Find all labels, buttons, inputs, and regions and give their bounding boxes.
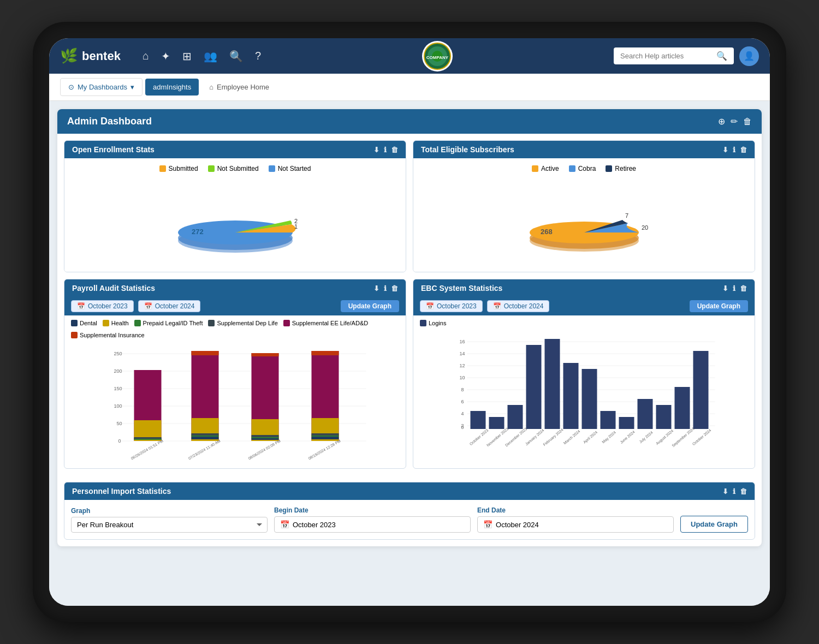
delete-pa-icon[interactable]: 🗑 xyxy=(391,284,398,293)
search-box[interactable]: 🔍 xyxy=(614,47,734,64)
legend-active: Active xyxy=(532,165,559,172)
not-submitted-label: Not Submitted xyxy=(217,165,259,172)
supee-label: Supplemental EE Life/AD&D xyxy=(292,320,368,326)
supdep-color xyxy=(208,320,215,326)
search-area: 🔍 👤 xyxy=(614,46,759,66)
svg-text:7: 7 xyxy=(625,212,628,219)
info-oe-icon[interactable]: ℹ xyxy=(384,146,387,154)
delete-ts-icon[interactable]: 🗑 xyxy=(740,146,747,154)
total-subscribers-actions: ⬇ ℹ 🗑 xyxy=(722,146,747,154)
download-pi-icon[interactable]: ⬇ xyxy=(722,487,728,496)
adminsights-nav[interactable]: admInsights xyxy=(145,79,199,96)
total-subscribers-body: Active Cobra Retiree xyxy=(413,158,755,272)
ebc-bar-sep24 xyxy=(675,387,690,429)
tools-nav-icon[interactable]: ✦ xyxy=(161,50,170,63)
graph-select[interactable]: Per Run Breakout xyxy=(71,517,268,533)
ebc-date-controls: 📅 October 2023 📅 October 2024 Update Gra… xyxy=(413,297,755,315)
download-ts-icon[interactable]: ⬇ xyxy=(722,146,728,154)
ebc-date-from-btn[interactable]: 📅 October 2023 xyxy=(420,300,483,312)
cobra-dot xyxy=(569,165,575,172)
legend-supins: Supplemental Insurance xyxy=(71,332,145,338)
svg-text:August 2024: August 2024 xyxy=(655,429,674,446)
delete-ebc-icon[interactable]: 🗑 xyxy=(740,284,747,293)
people-nav-icon[interactable]: 👥 xyxy=(204,50,217,63)
nav-icons: ⌂ ✦ ⊞ 👥 🔍 ? xyxy=(143,50,261,63)
ebc-system-title: EBC System Statistics xyxy=(421,284,502,293)
add-dashboard-icon[interactable]: ⊕ xyxy=(718,116,725,127)
ebc-date-to-btn[interactable]: 📅 October 2024 xyxy=(487,300,550,312)
dashboard-header-actions: ⊕ ✏ 🗑 xyxy=(718,116,752,127)
payroll-audit-title: Payroll Audit Statistics xyxy=(72,284,155,293)
edit-dashboard-icon[interactable]: ✏ xyxy=(731,116,738,127)
download-oe-icon[interactable]: ⬇ xyxy=(373,146,379,154)
svg-text:September 2024: September 2024 xyxy=(671,427,696,448)
graph-label: Graph xyxy=(71,507,268,515)
payroll-date-controls: 📅 October 2023 📅 October 2024 Update Gra… xyxy=(64,297,406,315)
widgets-grid: Open Enrollment Stats ⬇ ℹ 🗑 xyxy=(57,134,762,475)
ebc-system-actions: ⬇ ℹ 🗑 xyxy=(722,284,747,293)
svg-text:20: 20 xyxy=(642,224,648,231)
user-avatar[interactable]: 👤 xyxy=(739,46,759,66)
begin-date-field[interactable]: 📅 October 2023 xyxy=(274,516,471,533)
payroll-date-to-btn[interactable]: 📅 October 2024 xyxy=(138,300,201,312)
not-started-dot xyxy=(269,165,275,172)
ebc-system-widget: EBC System Statistics ⬇ ℹ 🗑 📅 October 20… xyxy=(413,279,755,469)
help-nav-icon[interactable]: ? xyxy=(255,50,261,62)
delete-pi-icon[interactable]: 🗑 xyxy=(740,487,747,496)
legend-not-submitted: Not Submitted xyxy=(208,165,259,172)
bar-supins-3 xyxy=(252,353,279,356)
ebc-update-btn[interactable]: Update Graph xyxy=(690,300,748,312)
grid-nav-icon[interactable]: ⊞ xyxy=(182,50,192,63)
bar-supdep-2 xyxy=(192,433,219,436)
ebc-bar-may24 xyxy=(601,411,616,429)
info-ebc-icon[interactable]: ℹ xyxy=(733,284,735,293)
svg-text:8: 8 xyxy=(461,387,464,392)
bar-dental-2 xyxy=(192,437,219,439)
search-icon: 🔍 xyxy=(716,51,727,61)
employee-home-nav[interactable]: ⌂ Employee Home xyxy=(201,79,277,96)
payroll-chart-wrapper: 250 200 150 100 50 0 xyxy=(64,343,406,468)
center-logo: COMPANY xyxy=(272,41,603,71)
logins-color xyxy=(420,320,426,326)
supins-label: Supplemental Insurance xyxy=(80,332,145,338)
cal-icon-ebc-from: 📅 xyxy=(426,302,434,310)
personnel-controls: Graph Per Run Breakout Begin Date 📅 Octo… xyxy=(64,500,755,539)
open-enrollment-actions: ⬇ ℹ 🗑 xyxy=(373,146,398,154)
bar-prepaid-1 xyxy=(134,439,162,440)
legend-dental: Dental xyxy=(71,320,97,326)
legend-retiree: Retiree xyxy=(606,165,636,172)
delete-oe-icon[interactable]: 🗑 xyxy=(391,146,398,154)
ebc-bar-jul24 xyxy=(638,399,653,429)
personnel-panel: Personnel Import Statistics ⬇ ℹ 🗑 Graph … xyxy=(64,482,755,540)
legend-submitted: Submitted xyxy=(159,165,198,172)
ebc-bar-dec23 xyxy=(508,405,523,429)
prepaid-color xyxy=(134,320,141,326)
retiree-label: Retiree xyxy=(615,165,636,172)
legend-prepaid: Prepaid Legal/ID Theft xyxy=(134,320,203,326)
svg-text:July 2024: July 2024 xyxy=(638,431,654,444)
search-nav-icon[interactable]: 🔍 xyxy=(229,50,243,63)
svg-text:272: 272 xyxy=(192,228,204,236)
delete-dashboard-icon[interactable]: 🗑 xyxy=(743,117,752,127)
svg-text:October 2023: October 2023 xyxy=(469,428,489,446)
total-subscribers-widget: Total Eligible Subscribers ⬇ ℹ 🗑 xyxy=(413,140,755,272)
my-dashboards-nav[interactable]: ⊙ My Dashboards ▾ xyxy=(60,78,143,96)
oe-legend: Submitted Not Submitted Not Started xyxy=(71,165,399,172)
home-nav-icon[interactable]: ⌂ xyxy=(143,50,149,62)
payroll-date-from-btn[interactable]: 📅 October 2023 xyxy=(71,300,134,312)
tablet-screen: 🌿 bentek ⌂ ✦ ⊞ 👥 🔍 ? COMPANY xyxy=(49,38,770,606)
svg-text:14: 14 xyxy=(460,351,465,356)
personnel-update-graph-btn[interactable]: Update Graph xyxy=(680,516,748,533)
download-ebc-icon[interactable]: ⬇ xyxy=(722,284,728,293)
ebc-bar-oct23 xyxy=(471,411,486,429)
ebc-date-to: October 2024 xyxy=(504,302,544,310)
payroll-update-btn[interactable]: Update Graph xyxy=(341,300,399,312)
info-pa-icon[interactable]: ℹ xyxy=(384,284,387,293)
search-input[interactable] xyxy=(620,52,712,60)
svg-text:08/06/2024 02:09 PM: 08/06/2024 02:09 PM xyxy=(248,439,282,461)
info-ts-icon[interactable]: ℹ xyxy=(733,146,735,154)
end-date-field[interactable]: 📅 October 2024 xyxy=(477,516,674,533)
svg-text:June 2024: June 2024 xyxy=(619,430,636,444)
download-pa-icon[interactable]: ⬇ xyxy=(373,284,379,293)
info-pi-icon[interactable]: ℹ xyxy=(733,487,735,496)
